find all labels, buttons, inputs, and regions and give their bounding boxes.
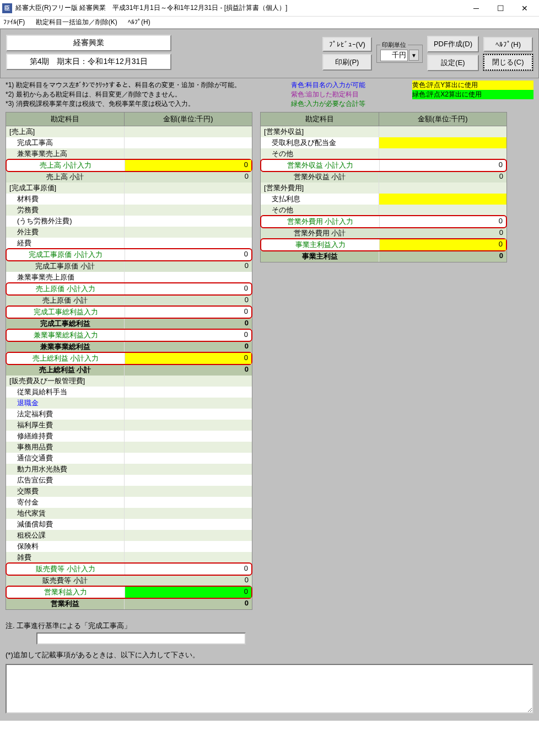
settings-button[interactable]: 設定(E) <box>427 55 479 71</box>
table-row[interactable]: 寄付金 <box>6 497 252 508</box>
table-row[interactable]: 動力用水光熱費 <box>6 464 252 475</box>
menu-help[interactable]: ﾍﾙﾌﾟ(H) <box>128 18 150 26</box>
footer-extra-textarea[interactable] <box>6 664 533 714</box>
maximize-icon[interactable]: ☐ <box>488 1 513 16</box>
row-name: 広告宣伝費 <box>6 475 125 486</box>
row-amount[interactable] <box>125 387 252 398</box>
table-row[interactable]: 事業主利益入力0 <box>260 238 507 251</box>
table-row[interactable]: 保険料 <box>6 541 252 552</box>
row-name: [売上高] <box>6 126 125 137</box>
row-amount[interactable] <box>125 497 252 508</box>
row-amount[interactable] <box>125 148 252 159</box>
table-row[interactable]: 広告宣伝費 <box>6 475 252 486</box>
left-table: 勘定科目 金額(単位:千円) [売上高]完成工事高兼業事業売上高売上高 小計入力… <box>6 112 252 610</box>
row-amount[interactable]: 0 <box>380 216 506 227</box>
row-amount[interactable]: 0 <box>125 587 251 598</box>
row-amount[interactable]: 0 <box>125 307 251 318</box>
row-amount[interactable] <box>125 227 252 238</box>
row-amount[interactable] <box>379 194 506 205</box>
table-row[interactable]: 受取利息及び配当金 <box>261 137 506 148</box>
row-amount[interactable] <box>125 431 252 442</box>
table-row[interactable]: 事務用品費 <box>6 442 252 453</box>
table-row[interactable]: 売上高 小計入力0 <box>6 159 252 172</box>
minimize-icon[interactable]: ─ <box>464 1 488 16</box>
table-row[interactable]: (うち労務外注費) <box>6 216 252 227</box>
row-amount[interactable] <box>125 486 252 497</box>
row-amount[interactable] <box>125 216 252 227</box>
table-row[interactable]: 法定福利費 <box>6 409 252 420</box>
table-row[interactable]: 修繕維持費 <box>6 431 252 442</box>
table-row[interactable]: 完成工事原価 小計入力0 <box>6 248 252 261</box>
pdf-button[interactable]: PDF作成(D) <box>427 36 479 52</box>
preview-button[interactable]: ﾌﾟﾚﾋﾞｭｰ(V) <box>322 37 372 52</box>
close-button[interactable]: 閉じる(C) <box>483 54 533 71</box>
row-amount[interactable] <box>125 137 252 148</box>
table-row[interactable]: 外注費 <box>6 227 252 238</box>
table-row[interactable]: 完成工事高 <box>6 137 252 148</box>
row-amount[interactable]: 0 <box>125 160 251 171</box>
row-amount[interactable]: 0 <box>125 564 251 575</box>
row-amount[interactable] <box>125 453 252 464</box>
print-button[interactable]: 印刷(P) <box>322 54 372 71</box>
row-amount[interactable]: 0 <box>380 239 506 250</box>
table-row[interactable]: 売上総利益 小計入力0 <box>6 352 252 365</box>
print-unit-select[interactable] <box>380 50 408 61</box>
table-row[interactable]: 売上原価 小計入力0 <box>6 282 252 296</box>
row-amount[interactable] <box>125 442 252 453</box>
row-amount[interactable] <box>125 194 252 205</box>
help-button[interactable]: ﾍﾙﾌﾟ(H) <box>483 37 533 52</box>
row-amount[interactable] <box>125 530 252 541</box>
table-row[interactable]: 完成工事総利益入力0 <box>6 305 252 319</box>
table-row[interactable]: 労務費 <box>6 205 252 216</box>
dropdown-icon[interactable]: ▼ <box>409 50 419 61</box>
table-row[interactable]: 兼業事業売上高 <box>6 148 252 159</box>
row-amount[interactable] <box>379 148 506 159</box>
row-amount[interactable] <box>125 541 252 552</box>
row-amount[interactable] <box>125 508 252 519</box>
row-amount[interactable] <box>125 398 252 409</box>
row-amount[interactable] <box>125 552 252 563</box>
table-row[interactable]: 従業員給料手当 <box>6 387 252 398</box>
table-row[interactable]: 材料費 <box>6 194 252 205</box>
row-amount[interactable] <box>125 205 252 216</box>
table-row[interactable]: 営業利益入力0 <box>6 586 252 599</box>
table-row[interactable]: 雑費 <box>6 552 252 563</box>
footer-note-input[interactable] <box>36 632 246 645</box>
table-row[interactable]: 兼業事業売上原価 <box>6 272 252 283</box>
menu-file[interactable]: ﾌｧｲﾙ(F) <box>3 18 25 26</box>
table-row[interactable]: 営業外収益 小計入力0 <box>260 159 507 172</box>
table-row[interactable]: 福利厚生費 <box>6 420 252 431</box>
table-row[interactable]: 営業外費用 小計入力0 <box>260 215 507 228</box>
period-label: 第4期 期末日：令和1年12月31日 <box>6 53 171 70</box>
row-name: 減価償却費 <box>6 519 125 530</box>
table-row[interactable]: 租税公課 <box>6 530 252 541</box>
table-row[interactable]: 兼業事業総利益入力0 <box>6 329 252 342</box>
table-row[interactable]: 通信交通費 <box>6 453 252 464</box>
table-row[interactable]: 経費 <box>6 238 252 249</box>
table-row: 営業外費用 小計0 <box>261 228 506 239</box>
row-amount[interactable] <box>379 137 506 148</box>
table-row[interactable]: その他 <box>261 148 506 159</box>
table-row[interactable]: 支払利息 <box>261 194 506 205</box>
row-amount[interactable] <box>379 205 506 216</box>
row-amount[interactable]: 0 <box>125 330 251 341</box>
row-amount[interactable] <box>125 420 252 431</box>
row-amount[interactable] <box>125 475 252 486</box>
row-amount[interactable]: 0 <box>125 249 251 260</box>
table-row[interactable]: 退職金 <box>6 398 252 409</box>
table-row[interactable]: 地代家賃 <box>6 508 252 519</box>
row-amount[interactable]: 0 <box>380 160 506 171</box>
row-amount[interactable] <box>125 238 252 249</box>
close-icon[interactable]: ✕ <box>513 1 537 16</box>
row-amount[interactable]: 0 <box>125 283 251 294</box>
menu-bulk-edit[interactable]: 勘定科目一括追加／削除(K) <box>36 18 117 26</box>
row-amount[interactable] <box>125 464 252 475</box>
table-row[interactable]: 販売費等 小計入力0 <box>6 562 252 576</box>
row-amount[interactable]: 0 <box>125 353 251 364</box>
row-amount[interactable] <box>125 409 252 420</box>
row-amount[interactable] <box>125 519 252 530</box>
table-row[interactable]: 減価償却費 <box>6 519 252 530</box>
table-row[interactable]: その他 <box>261 205 506 216</box>
row-amount[interactable] <box>125 272 252 283</box>
table-row[interactable]: 交際費 <box>6 486 252 497</box>
